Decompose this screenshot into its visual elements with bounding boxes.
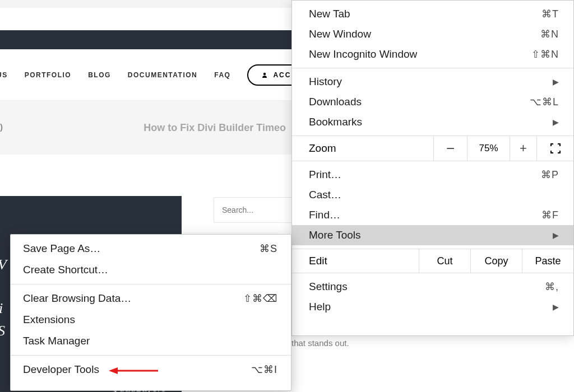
menu-new-incognito[interactable]: New Incognito Window ⇧⌘N (292, 44, 573, 64)
menu-new-tab-shortcut: ⌘T (541, 8, 559, 20)
chevron-right-icon: ▶ (553, 231, 559, 240)
menu-edit-label: Edit (292, 249, 419, 273)
menu-new-tab-label: New Tab (309, 8, 350, 20)
menu-new-incognito-shortcut: ⇧⌘N (531, 48, 559, 60)
submenu-task-manager-label: Task Manager (23, 335, 90, 347)
submenu-save-page-as[interactable]: Save Page As… ⌘S (11, 238, 291, 259)
menu-more-tools[interactable]: More Tools ▶ (292, 225, 573, 245)
menu-new-incognito-label: New Incognito Window (309, 48, 417, 60)
submenu-clear-browsing-data[interactable]: Clear Browsing Data… ⇧⌘⌫ (11, 288, 291, 309)
search-input[interactable] (222, 206, 284, 214)
menu-print[interactable]: Print… ⌘P (292, 165, 573, 185)
submenu-clear-browsing-data-shortcut: ⇧⌘⌫ (243, 292, 277, 305)
menu-more-tools-label: More Tools (309, 229, 361, 241)
submenu-extensions-label: Extensions (23, 314, 75, 326)
menu-zoom-label: Zoom (292, 136, 433, 161)
nav-link-portfolio[interactable]: PORTFOLIO (25, 71, 72, 79)
menu-new-window-shortcut: ⌘N (540, 28, 559, 40)
hero-text-fragment-1: V (0, 256, 7, 273)
submenu-create-shortcut[interactable]: Create Shortcut… (11, 259, 291, 281)
menu-new-window[interactable]: New Window ⌘N (292, 24, 573, 44)
submenu-save-page-as-shortcut: ⌘S (260, 242, 277, 255)
menu-cast[interactable]: Cast… (292, 185, 573, 205)
menu-help[interactable]: Help ▶ (292, 297, 573, 317)
chevron-right-icon: ▶ (553, 302, 559, 311)
hero-text-fragment-3: S (0, 323, 5, 339)
menu-print-label: Print… (309, 169, 341, 181)
submenu-developer-tools-shortcut: ⌥⌘I (251, 363, 277, 376)
top-dark-bar (0, 30, 291, 49)
menu-bookmarks-label: Bookmarks (309, 116, 362, 128)
chrome-main-menu: New Tab ⌘T New Window ⌘N New Incognito W… (291, 0, 574, 336)
person-icon (262, 72, 267, 78)
breadcrumb-title: How to Fix Divi Builder Timeo (144, 122, 286, 134)
menu-settings[interactable]: Settings ⌘, (292, 277, 573, 297)
nav-link-documentation[interactable]: DOCUMENTATION (128, 71, 197, 79)
menu-downloads[interactable]: Downloads ⌥⌘L (292, 92, 573, 112)
chevron-right-icon: ▶ (553, 118, 559, 127)
submenu-clear-browsing-data-label: Clear Browsing Data… (23, 292, 131, 305)
more-tools-submenu: Save Page As… ⌘S Create Shortcut… Clear … (10, 234, 291, 391)
menu-zoom-row: Zoom − 75% + (292, 136, 573, 161)
body-text-fragment: that stands out. (291, 338, 349, 348)
fullscreen-icon (550, 143, 561, 153)
address-bar-strip (0, 0, 291, 8)
hero-text-fragment-2: i (0, 300, 3, 317)
menu-downloads-shortcut: ⌥⌘L (530, 96, 559, 108)
edit-cut-button[interactable]: Cut (419, 249, 470, 273)
nav-link-blog[interactable]: BLOG (88, 71, 111, 79)
menu-history[interactable]: History ▶ (292, 72, 573, 92)
account-label: ACC (273, 71, 291, 79)
breadcrumb-bar: How to Fix Divi Builder Timeo (0, 101, 291, 155)
edit-paste-button[interactable]: Paste (522, 249, 573, 273)
fullscreen-button[interactable] (536, 136, 573, 161)
submenu-developer-tools[interactable]: Developer Tools ⌥⌘I (11, 359, 291, 380)
zoom-value: 75% (467, 136, 510, 161)
menu-find-shortcut: ⌘F (541, 209, 559, 221)
menu-history-label: History (309, 76, 342, 88)
menu-find-label: Find… (309, 209, 340, 221)
menu-new-window-label: New Window (309, 28, 371, 40)
zoom-out-button[interactable]: − (433, 136, 467, 161)
menu-help-label: Help (309, 301, 331, 313)
menu-settings-label: Settings (309, 281, 348, 293)
breadcrumb-left-paren: ) (0, 122, 3, 132)
menu-bookmarks[interactable]: Bookmarks ▶ (292, 112, 573, 132)
submenu-create-shortcut-label: Create Shortcut… (23, 264, 108, 276)
chevron-right-icon: ▶ (553, 77, 559, 86)
submenu-save-page-as-label: Save Page As… (23, 242, 100, 255)
submenu-task-manager[interactable]: Task Manager (11, 330, 291, 352)
menu-print-shortcut: ⌘P (541, 169, 559, 181)
site-nav: US PORTFOLIO BLOG DOCUMENTATION FAQ ACC (0, 49, 291, 101)
edit-copy-button[interactable]: Copy (470, 249, 522, 273)
menu-edit-row: Edit Cut Copy Paste (292, 249, 573, 273)
search-box[interactable] (214, 197, 292, 223)
menu-settings-shortcut: ⌘, (545, 281, 559, 293)
menu-downloads-label: Downloads (309, 96, 362, 108)
nav-link-faq[interactable]: FAQ (214, 71, 230, 79)
menu-new-tab[interactable]: New Tab ⌘T (292, 4, 573, 24)
svg-point-0 (263, 72, 266, 74)
nav-link-us[interactable]: US (0, 71, 8, 79)
submenu-extensions[interactable]: Extensions (11, 309, 291, 330)
menu-cast-label: Cast… (309, 189, 341, 201)
submenu-developer-tools-label: Developer Tools (23, 363, 99, 376)
zoom-in-button[interactable]: + (510, 136, 536, 161)
menu-find[interactable]: Find… ⌘F (292, 205, 573, 225)
